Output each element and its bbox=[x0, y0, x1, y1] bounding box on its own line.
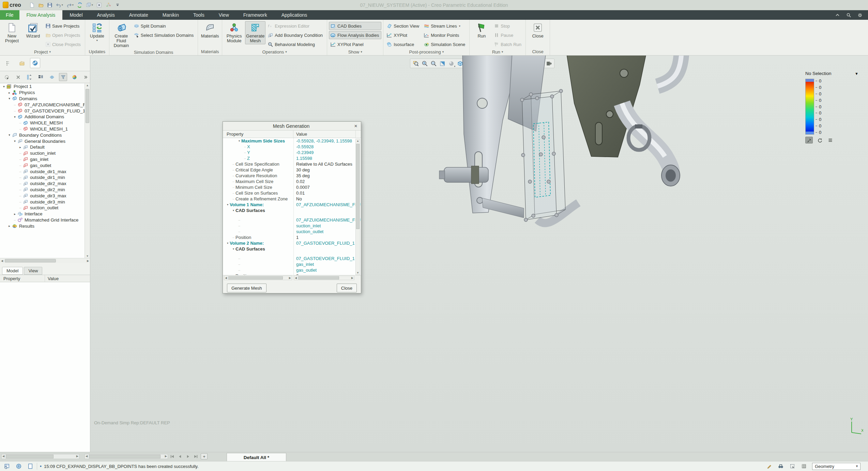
behavioral-modeling-button[interactable]: Behavioral Modeling bbox=[266, 40, 325, 48]
tree-item[interactable]: ▸Results bbox=[0, 223, 85, 229]
caret-open-icon[interactable]: ▾ bbox=[237, 139, 241, 142]
dialog-row[interactable]: –Critical Edge Angle30 deg bbox=[223, 167, 361, 173]
caret-open-icon[interactable]: ▾ bbox=[231, 209, 235, 212]
filter-pressed-button[interactable] bbox=[59, 73, 67, 81]
split-domain-button[interactable]: Split Domain bbox=[132, 22, 196, 30]
dialog-row[interactable]: ▾Maximum Side Sizes-0.55928, -0.23949, 1… bbox=[223, 138, 361, 144]
select-box-button[interactable] bbox=[789, 463, 796, 470]
scroll-right-icon[interactable]: ▶ bbox=[76, 455, 78, 458]
scroll-down-icon[interactable]: ▼ bbox=[85, 255, 90, 258]
save-projects-button[interactable]: Save Projects bbox=[44, 22, 83, 30]
dialog-row[interactable]: –Maximum Cell Size0.02 bbox=[223, 179, 361, 184]
dialog-row[interactable]: –07_GASTOEVOER_FLUID_1 bbox=[223, 256, 361, 261]
stop-button[interactable]: Stop bbox=[492, 22, 524, 30]
caret-open-icon[interactable]: ▾ bbox=[231, 247, 235, 250]
dialog-row[interactable]: ▾Volume 2 Name:07_GASTOEVOER_FLUID_1 bbox=[223, 240, 361, 246]
tab-file[interactable]: File bbox=[0, 10, 19, 20]
scrollbar-thumb[interactable] bbox=[356, 144, 360, 229]
gear-button[interactable] bbox=[857, 12, 863, 18]
tree-item[interactable]: –()outside_dir1_max bbox=[0, 168, 85, 174]
cfd-tab-tab[interactable] bbox=[30, 58, 40, 68]
dialog-row[interactable]: –Y-0.23949 bbox=[223, 150, 361, 155]
close-button[interactable]: Close bbox=[337, 284, 357, 292]
tree-item[interactable]: ▸Physics bbox=[0, 90, 85, 96]
dialog-row[interactable]: –Cell Size SpecificationRelative to All … bbox=[223, 161, 361, 167]
selection-filter-dropdown[interactable]: Geometry ▼ bbox=[812, 463, 861, 470]
add-boundary-condition-button[interactable]: (]Add Boundary Condition bbox=[266, 31, 325, 39]
dialog-row[interactable]: –07_AFZUIGMECHANISME_FLUID_1_ bbox=[223, 217, 361, 223]
flow-analysis-bodies-button[interactable]: Flow Analysis Bodies bbox=[329, 31, 381, 39]
redo-button[interactable]: ▾ bbox=[66, 2, 74, 9]
undo-button[interactable]: ▾ bbox=[55, 2, 64, 9]
scroll-up-icon[interactable]: ▲ bbox=[356, 139, 360, 142]
caret-closed-icon[interactable]: ▸ bbox=[7, 91, 12, 94]
close-projects-button[interactable]: Close Projects bbox=[44, 40, 83, 48]
regenerate-button[interactable] bbox=[76, 2, 83, 9]
tree-item[interactable]: –()outside_dir1_min bbox=[0, 174, 85, 181]
tab-applications[interactable]: Applications bbox=[274, 10, 315, 20]
tree-item[interactable]: –()outside_dir3_max bbox=[0, 193, 85, 199]
tree-columns-button[interactable] bbox=[36, 73, 45, 81]
tree-item[interactable]: ▾Boundary Conditions bbox=[0, 132, 85, 138]
tree-item[interactable]: –()suction_outlet bbox=[0, 205, 85, 211]
scrollbar-thumb[interactable] bbox=[5, 259, 56, 262]
xyplot-panel-button[interactable]: XYPlot Panel bbox=[329, 40, 381, 48]
nav-next-button[interactable] bbox=[185, 454, 191, 459]
close-window-button[interactable] bbox=[96, 2, 103, 9]
scroll-up-icon[interactable]: ▲ bbox=[85, 84, 90, 87]
generate-mesh-button[interactable]: Generate Mesh bbox=[227, 284, 267, 292]
tab-tools[interactable]: Tools bbox=[186, 10, 212, 20]
scrollbar-thumb[interactable] bbox=[89, 455, 161, 458]
nav-first-button[interactable] bbox=[169, 454, 175, 459]
grid-button[interactable] bbox=[801, 463, 807, 470]
tree-item[interactable]: –()outside_dir2_max bbox=[0, 181, 85, 187]
tree-item[interactable]: –()gas_inlet bbox=[0, 156, 85, 163]
dialog-row[interactable] bbox=[223, 213, 361, 217]
tab-model[interactable]: Model bbox=[2, 267, 23, 275]
tree-tab-tab[interactable] bbox=[3, 58, 14, 68]
scroll-left-icon[interactable]: ◀ bbox=[1, 259, 3, 262]
caret-open-icon[interactable]: ▾ bbox=[7, 97, 12, 100]
canvas-horizontal-scrollbar[interactable]: ◀ ▶ bbox=[85, 454, 168, 459]
caret-closed-icon[interactable]: ▸ bbox=[18, 146, 22, 149]
caret-closed-icon[interactable]: ▸ bbox=[13, 212, 17, 216]
binoculars-button[interactable] bbox=[777, 463, 784, 470]
dialog-row[interactable]: –Curvature Resolution35 deg bbox=[223, 173, 361, 179]
scroll-right-icon[interactable]: ▶ bbox=[289, 276, 291, 280]
collapse-list-button[interactable] bbox=[25, 73, 33, 81]
graphics-viewport[interactable]: ▾▾▾▾▾ bbox=[90, 56, 868, 452]
caret-open-icon[interactable]: ▾ bbox=[226, 242, 230, 245]
delete-button[interactable] bbox=[14, 73, 22, 81]
panel-horizontal-scrollbar[interactable]: ◀ ▶ bbox=[1, 454, 79, 459]
caret-open-icon[interactable]: ▾ bbox=[226, 203, 230, 206]
dialog-row[interactable]: –Minimum Cell Size0.0007 bbox=[223, 184, 361, 190]
select-simulation-domains-button[interactable]: Select Simulation Domains bbox=[132, 31, 196, 39]
spin-center-button[interactable] bbox=[105, 1, 112, 9]
xyplot-button[interactable]: XYPlot bbox=[385, 31, 422, 39]
scrollbar-thumb[interactable] bbox=[86, 89, 89, 123]
generate-mesh-button[interactable]: Generate Mesh bbox=[245, 21, 265, 44]
ribbon-collapse-button[interactable] bbox=[834, 12, 841, 18]
cad-bodies-button[interactable]: CAD Bodies bbox=[329, 22, 381, 30]
legend-selector[interactable]: No Selection ▼ bbox=[805, 71, 858, 76]
simulation-scene-button[interactable]: Simulation Scene bbox=[422, 40, 468, 48]
tab-view[interactable]: View bbox=[24, 267, 42, 275]
dialog-row[interactable]: –Position1 bbox=[223, 234, 361, 240]
zoom-box-button[interactable] bbox=[412, 59, 420, 67]
tree-item[interactable]: ▸()Default bbox=[0, 144, 85, 150]
pin-button[interactable] bbox=[805, 137, 813, 143]
wizard-button[interactable]: Wizard bbox=[23, 21, 43, 40]
dialog-row[interactable]: –gas_outlet bbox=[223, 267, 361, 273]
scroll-left-icon[interactable]: ◀ bbox=[295, 276, 297, 280]
update-button[interactable]: Update▾ bbox=[87, 21, 107, 43]
dialog-title-bar[interactable]: Mesh Generation ✕ bbox=[223, 122, 361, 131]
web-button[interactable] bbox=[48, 73, 56, 81]
caret-open-icon[interactable]: ▾ bbox=[13, 139, 17, 143]
nav-prev-button[interactable] bbox=[177, 454, 183, 459]
create-fluid-domain-button[interactable]: Create Fluid Domain bbox=[111, 21, 132, 49]
new-doc-button[interactable] bbox=[29, 2, 35, 9]
tab-view[interactable]: View bbox=[212, 10, 236, 20]
color-wheel-button[interactable] bbox=[70, 73, 78, 81]
tree-item[interactable]: ▾Domains bbox=[0, 96, 85, 102]
window-clock-button[interactable] bbox=[3, 462, 11, 470]
